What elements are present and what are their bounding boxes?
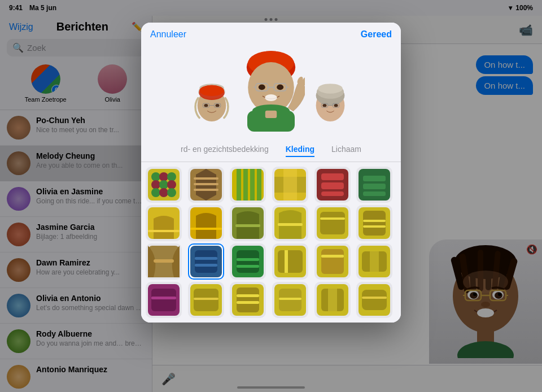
svg-rect-115 xyxy=(237,258,259,261)
svg-rect-83 xyxy=(283,169,297,201)
memoji-preview-main xyxy=(237,49,305,133)
svg-rect-91 xyxy=(363,191,386,196)
clothing-item-9[interactable] xyxy=(230,205,266,241)
clothing-item-4[interactable] xyxy=(272,167,308,203)
svg-point-46 xyxy=(265,94,277,101)
modal-topbar: Annuleer Gereed xyxy=(141,23,401,44)
clothing-item-13[interactable] xyxy=(146,243,182,280)
clothing-item-12[interactable] xyxy=(356,205,392,241)
svg-rect-86 xyxy=(321,182,344,189)
clothing-item-10[interactable] xyxy=(272,205,308,241)
svg-rect-74 xyxy=(194,183,218,185)
svg-point-64 xyxy=(159,172,168,181)
svg-point-61 xyxy=(334,104,338,107)
clothing-grid xyxy=(141,162,401,323)
done-button[interactable]: Gereed xyxy=(361,29,392,40)
svg-point-45 xyxy=(277,85,283,90)
svg-rect-102 xyxy=(320,217,345,220)
svg-point-34 xyxy=(204,104,208,107)
svg-rect-95 xyxy=(190,228,222,230)
svg-rect-128 xyxy=(151,297,176,299)
tab-hoofddekking[interactable]: rd- en gezichtsbedekking xyxy=(181,145,269,157)
clothing-item-24[interactable] xyxy=(356,282,392,318)
svg-point-70 xyxy=(159,188,168,197)
svg-point-67 xyxy=(159,180,168,189)
svg-rect-87 xyxy=(321,191,344,196)
clothing-item-14[interactable] xyxy=(188,243,224,280)
svg-rect-105 xyxy=(363,220,386,222)
svg-rect-111 xyxy=(195,257,217,260)
clothing-item-16[interactable] xyxy=(272,243,308,280)
svg-rect-133 xyxy=(237,288,259,312)
svg-rect-112 xyxy=(195,264,217,267)
svg-point-56 xyxy=(318,84,343,94)
clothing-item-6[interactable] xyxy=(356,167,392,203)
svg-rect-134 xyxy=(237,294,259,297)
svg-rect-99 xyxy=(278,223,303,226)
svg-rect-122 xyxy=(321,255,344,258)
svg-point-63 xyxy=(151,172,160,181)
svg-rect-49 xyxy=(265,111,277,118)
clothing-item-21[interactable] xyxy=(230,282,266,318)
svg-point-35 xyxy=(216,104,220,107)
memoji-editor-modal: Annuleer Gereed xyxy=(141,23,401,323)
memoji-preview-row xyxy=(141,44,401,140)
svg-point-60 xyxy=(322,104,326,107)
svg-rect-110 xyxy=(195,250,217,273)
svg-rect-143 xyxy=(362,290,387,310)
svg-rect-118 xyxy=(278,250,303,273)
memoji-preview-right xyxy=(311,82,350,133)
clothing-item-2[interactable] xyxy=(188,167,224,203)
clothing-item-18[interactable] xyxy=(356,243,392,280)
svg-rect-101 xyxy=(320,212,345,234)
svg-rect-90 xyxy=(363,184,386,189)
category-tabs: rd- en gezichtsbedekking Kleding Lichaam xyxy=(141,140,401,162)
svg-rect-93 xyxy=(148,230,180,232)
svg-rect-144 xyxy=(362,297,387,299)
svg-point-30 xyxy=(199,85,224,96)
cancel-button[interactable]: Annuleer xyxy=(150,29,186,40)
svg-rect-138 xyxy=(279,298,301,300)
svg-rect-85 xyxy=(321,173,344,180)
svg-rect-108 xyxy=(154,259,174,263)
clothing-item-3[interactable] xyxy=(230,167,266,203)
svg-rect-114 xyxy=(237,250,259,273)
svg-rect-127 xyxy=(151,289,176,311)
clothing-item-22[interactable] xyxy=(272,282,308,318)
svg-rect-119 xyxy=(285,250,288,273)
ipad-screen: 9:41 Ma 5 jun ▾ 100% Wijzig Berichten ✏️… xyxy=(0,0,542,392)
home-indicator xyxy=(237,386,305,389)
modal-overlay[interactable]: Annuleer Gereed xyxy=(0,0,542,392)
svg-rect-73 xyxy=(194,177,218,180)
clothing-item-17[interactable] xyxy=(314,243,351,280)
svg-rect-106 xyxy=(363,225,386,228)
svg-point-44 xyxy=(259,85,265,90)
clothing-item-5[interactable] xyxy=(314,167,351,203)
clothing-item-15[interactable] xyxy=(230,243,266,280)
clothing-item-23[interactable] xyxy=(314,282,351,318)
svg-rect-79 xyxy=(250,169,255,201)
clothing-item-1[interactable] xyxy=(146,167,182,203)
tab-lichaam[interactable]: Lichaam xyxy=(331,145,361,157)
tab-kleding[interactable]: Kleding xyxy=(286,145,314,157)
clothing-item-8[interactable] xyxy=(188,205,224,241)
svg-rect-77 xyxy=(237,169,241,201)
svg-rect-131 xyxy=(194,298,218,300)
svg-rect-116 xyxy=(237,265,259,268)
svg-point-68 xyxy=(167,180,176,189)
svg-rect-104 xyxy=(363,211,386,236)
svg-rect-97 xyxy=(235,224,260,227)
svg-point-71 xyxy=(167,188,176,197)
clothing-item-7[interactable] xyxy=(146,205,182,241)
svg-rect-75 xyxy=(194,189,218,191)
memoji-preview-left xyxy=(192,82,231,133)
clothing-item-11[interactable] xyxy=(314,205,351,241)
svg-rect-135 xyxy=(237,301,259,304)
svg-rect-125 xyxy=(370,251,379,272)
svg-rect-141 xyxy=(328,289,337,311)
svg-point-69 xyxy=(151,188,160,197)
svg-point-66 xyxy=(151,180,160,189)
clothing-item-20[interactable] xyxy=(188,282,224,318)
clothing-item-19[interactable] xyxy=(146,282,182,318)
svg-rect-80 xyxy=(257,169,261,201)
